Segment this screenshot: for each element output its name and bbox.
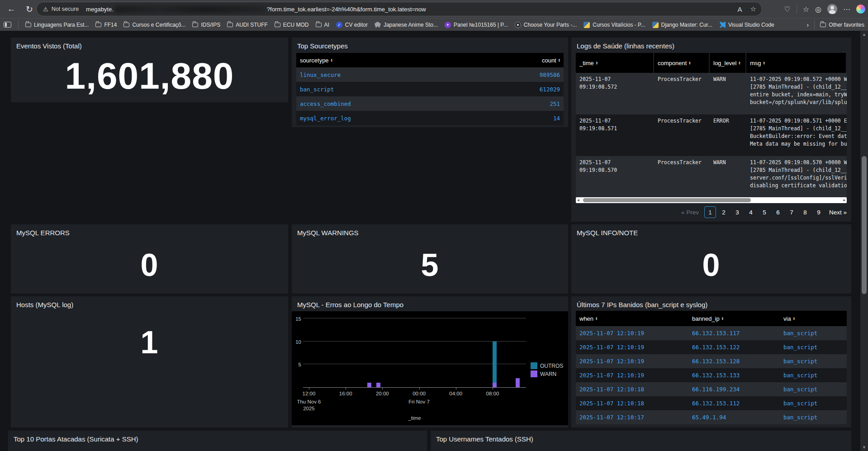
more-menu-icon[interactable]: ⋯ [843, 5, 850, 14]
sort-icon: ▴▾ [739, 61, 740, 65]
legend-item-warn[interactable]: WARN [531, 370, 563, 377]
chart-bar-warn[interactable] [493, 383, 497, 387]
pagination-page-9[interactable]: 9 [813, 206, 825, 218]
column-header-via[interactable]: via▴▾ [780, 313, 847, 325]
bookmarks-divider [814, 20, 815, 29]
banned-ip-link[interactable]: 65.49.1.94 [688, 412, 780, 423]
bookmarks-bar: Linguagens Para Est... FF14 Cursos e Cer… [0, 18, 868, 31]
url-query: ?form.time_tok.earliest=-24h%40h&form.ti… [267, 6, 426, 13]
column-header-count[interactable]: count▴▾ [487, 54, 564, 66]
ban-when-link[interactable]: 2025-11-07 12:10:19 [576, 370, 688, 380]
pagination-page-1[interactable]: 1 [704, 206, 716, 218]
other-favorites-button[interactable]: Other favorites [820, 22, 864, 28]
count-link[interactable]: 14 [487, 113, 564, 123]
pagination-page-7[interactable]: 7 [786, 206, 797, 218]
panel-title: Últimos 7 IPs Banidos (ban_script e sysl… [571, 296, 851, 309]
ban-when-link[interactable]: 2025-11-07 12:10:19 [576, 328, 688, 338]
ban-via-link[interactable]: ban_script [780, 328, 847, 338]
bookmark-ff14[interactable]: FF14 [95, 22, 117, 28]
bookmark-ids-ips[interactable]: IDS/IPS [192, 22, 220, 28]
bookmark-japanese-anime[interactable]: Japanese Anime Sto... [375, 22, 438, 28]
chart-bar-warn[interactable] [367, 383, 371, 387]
column-header-log-level[interactable]: log_level▴▾ [710, 53, 746, 73]
refresh-icon[interactable]: ↻ [23, 2, 36, 16]
profile-avatar[interactable] [827, 4, 837, 14]
sourcetype-link[interactable]: linux_secure [296, 70, 487, 80]
pagination-page-8[interactable]: 8 [799, 206, 811, 218]
banned-ip-link[interactable]: 66.132.153.112 [688, 398, 780, 408]
count-link[interactable]: 612029 [487, 84, 564, 95]
bookmark-ecu-mod[interactable]: ECU MOD [275, 22, 309, 28]
scrollbar-thumb[interactable] [583, 198, 751, 202]
address-bar[interactable]: ⚠ Not secure megabyte.?form.time_tok.ear… [36, 2, 762, 16]
bookmark-ai[interactable]: AI [316, 22, 329, 28]
bookmark-django-master[interactable]: Django Master: Cur... [652, 22, 712, 28]
ban-when-link[interactable]: 2025-11-07 12:10:18 [576, 384, 688, 394]
scroll-up-icon[interactable]: ▲ [860, 32, 868, 37]
bookmark-audi-stuff[interactable]: AUDI STUFF [227, 22, 268, 28]
banned-ip-link[interactable]: 66.116.199.234 [688, 384, 780, 394]
scrollbar-thumb[interactable] [862, 156, 867, 294]
bookmark-linguagens[interactable]: Linguagens Para Est... [25, 22, 89, 28]
back-icon[interactable]: ← [5, 2, 18, 16]
column-header-when[interactable]: when▴▾ [576, 313, 688, 325]
sourcetype-link[interactable]: ban_script [296, 84, 487, 95]
chart-bar-outros[interactable] [493, 342, 497, 383]
log-time: 2025-11-07 09:19:08.570 [576, 156, 654, 177]
ban-when-link[interactable]: 2025-11-07 12:10:17 [576, 412, 688, 423]
chart-bar-warn[interactable] [516, 378, 520, 387]
pagination-next[interactable]: Next » [829, 209, 847, 216]
sourcetype-link[interactable]: access_combined [296, 99, 487, 109]
table-row: 2025-11-07 12:10:19 66.132.153.117 ban_s… [576, 326, 847, 340]
bookmark-choose-your-parts[interactable]: Choose Your Parts -... [515, 22, 577, 28]
column-header-banned-ip[interactable]: banned_ip▴▾ [688, 313, 780, 325]
scroll-right-icon[interactable]: ▸ [843, 197, 845, 203]
read-aloud-icon[interactable]: A [738, 5, 742, 13]
ban-via-link[interactable]: ban_script [780, 412, 847, 423]
pagination-prev[interactable]: « Prev [681, 209, 699, 216]
banned-ip-link[interactable]: 66.132.153.133 [688, 370, 780, 380]
bookmark-vscode[interactable]: Visual Studio Code [719, 22, 774, 28]
browser-essentials-icon[interactable]: ♡ [784, 5, 790, 14]
count-link[interactable]: 989586 [487, 70, 564, 80]
ban-via-link[interactable]: ban_script [780, 342, 847, 352]
banned-ip-link[interactable]: 66.132.153.122 [688, 342, 780, 352]
column-header-time[interactable]: _time▴▾ [576, 53, 654, 73]
legend-item-outros[interactable]: OUTROS [531, 362, 563, 369]
pagination-page-4[interactable]: 4 [745, 206, 757, 218]
column-header-msg[interactable]: msg▴▾ [746, 53, 847, 73]
column-header-component[interactable]: component▴▾ [654, 53, 710, 73]
pagination-page-2[interactable]: 2 [718, 206, 730, 218]
tab-actions-icon[interactable] [4, 22, 11, 28]
ban-via-link[interactable]: ban_script [780, 370, 847, 380]
favorite-star-icon[interactable]: ☆ [750, 5, 756, 13]
collections-icon[interactable]: ◎ [815, 5, 821, 14]
ban-via-link[interactable]: ban_script [780, 356, 847, 366]
column-header-sourcetype[interactable]: sourcetype▴▾ [296, 54, 487, 66]
bookmark-cursos-vitalicios[interactable]: Cursos Vitalícios - P... [583, 22, 645, 28]
pagination-page-6[interactable]: 6 [772, 206, 784, 218]
vertical-scrollbar[interactable]: ▲ ▼ [860, 31, 868, 451]
banned-ip-link[interactable]: 66.132.153.128 [688, 356, 780, 366]
horizontal-scrollbar[interactable]: ◂ ▸ [576, 197, 847, 203]
y-tick-label: 5 [292, 362, 301, 367]
ban-when-link[interactable]: 2025-11-07 12:10:19 [576, 342, 688, 352]
bookmark-panel[interactable]: Panel №1015165 | P... [445, 22, 508, 28]
ban-via-link[interactable]: ban_script [780, 398, 847, 408]
scroll-down-icon[interactable]: ▼ [860, 445, 868, 450]
scroll-left-icon[interactable]: ◂ [577, 197, 579, 203]
count-link[interactable]: 251 [487, 99, 564, 109]
bookmarks-overflow-icon[interactable]: › [806, 21, 809, 28]
sourcetype-link[interactable]: mysql_error_log [296, 113, 487, 123]
bookmark-cursos-certificacoes[interactable]: Cursos e Certificaçõ... [123, 22, 185, 28]
bookmark-cv-editor[interactable]: CV editor [336, 22, 368, 28]
ban-when-link[interactable]: 2025-11-07 12:10:19 [576, 356, 688, 366]
copilot-icon[interactable] [856, 5, 865, 14]
favorites-bar-icon[interactable]: ☆ [803, 5, 809, 14]
chart-bar-warn[interactable] [376, 383, 380, 387]
pagination-page-3[interactable]: 3 [731, 206, 743, 218]
ban-when-link[interactable]: 2025-11-07 12:10:18 [576, 398, 688, 408]
ban-via-link[interactable]: ban_script [780, 384, 847, 394]
pagination-page-5[interactable]: 5 [759, 206, 770, 218]
banned-ip-link[interactable]: 66.132.153.117 [688, 328, 780, 338]
